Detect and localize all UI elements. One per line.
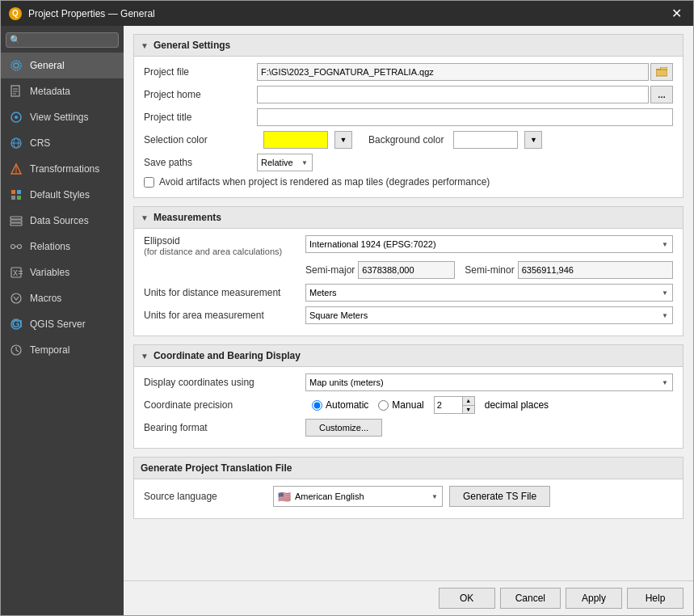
ellipsoid-label-container: Ellipsoid (for distance and area calcula… [144,235,305,256]
sidebar-item-macros[interactable]: Macros [1,285,124,311]
project-file-row: Project file [144,63,673,81]
sidebar-item-variables[interactable]: x= Variables [1,259,124,285]
svg-rect-17 [11,217,22,219]
search-input[interactable] [23,36,115,45]
sidebar-item-crs[interactable]: CRS [1,130,124,156]
background-color-dropdown[interactable]: ▼ [524,131,542,149]
main-content: ▼ General Settings Project file [124,26,693,615]
sidebar-item-relations-label: Relations [30,241,70,252]
avoid-artifacts-row: Avoid artifacts when project is rendered… [144,176,673,188]
svg-rect-13 [11,190,15,194]
precision-label: Coordinate precision [144,399,305,411]
generate-ts-button[interactable]: Generate TS File [449,486,550,507]
sidebar-item-sources-label: Data Sources [30,215,89,226]
cancel-button[interactable]: Cancel [500,588,561,609]
manual-radio-item: Manual [378,399,423,411]
measurements-arrow: ▼ [141,213,149,222]
sidebar-item-metadata-label: Metadata [30,86,70,97]
ok-button[interactable]: OK [439,588,495,609]
sidebar-item-data-sources[interactable]: Data Sources [1,208,124,234]
sidebar-item-general[interactable]: General [1,53,124,78]
lang-select-wrap: 🇺🇸 American English ▼ [273,486,443,507]
svg-line-30 [16,350,19,352]
semimajor-input[interactable] [358,261,455,279]
sidebar-item-view-settings[interactable]: View Settings [1,104,124,130]
save-paths-select[interactable]: Relative Absolute [257,154,313,171]
bearing-row: Bearing format Customize... [144,419,673,437]
project-home-label: Project home [144,89,257,100]
project-title-label: Project title [144,112,257,123]
semiminor-input[interactable] [518,261,673,279]
titlebar-left: Q Project Properties — General [9,7,155,20]
ellipsoid-select[interactable]: International 1924 (EPSG:7022) [305,235,673,253]
distance-dropdown-wrap: Meters [305,284,673,302]
sidebar-item-qgis-label: QGIS Server [30,319,86,330]
manual-radio[interactable] [378,400,389,411]
sidebar-item-qgis-server[interactable]: GIS QGIS Server [1,311,124,337]
sidebar-item-metadata[interactable]: Metadata [1,78,124,104]
sidebar-item-variables-label: Variables [30,267,69,278]
main-window: Q Project Properties — General ✕ 🔍 Gener… [0,0,694,616]
measurements-header: ▼ Measurements [134,207,683,229]
spinner-down-button[interactable]: ▼ [463,406,474,414]
precision-radio-group: Automatic Manual ▲ [312,396,549,414]
sidebar-item-general-label: General [30,60,65,71]
area-select[interactable]: Square Meters [305,306,673,324]
titlebar: Q Project Properties — General ✕ [1,1,693,26]
general-icon [9,58,23,73]
project-home-input[interactable] [257,86,649,103]
sidebar-item-transformations[interactable]: Transformations [1,156,124,182]
svg-point-20 [11,245,15,249]
svg-rect-14 [17,190,21,194]
help-button[interactable]: Help [627,588,683,609]
avoid-artifacts-checkbox[interactable] [144,177,154,188]
sidebar-item-styles-label: Default Styles [30,189,90,200]
background-color-button[interactable] [453,131,518,149]
semiaxis-row: Semi-major Semi-minor [305,261,673,279]
metadata-icon [9,84,23,99]
project-title-input[interactable] [257,108,673,126]
area-label: Units for area measurement [144,310,305,321]
spinner-up-button[interactable]: ▲ [463,397,474,406]
svg-point-7 [15,116,18,119]
source-lang-label: Source language [144,491,273,502]
macros-icon [9,291,23,306]
background-color-label: Background color [368,134,444,146]
automatic-radio[interactable] [312,400,322,411]
precision-value-input[interactable] [435,397,463,413]
svg-point-25 [11,293,21,303]
coordinate-section: ▼ Coordinate and Bearing Display Display… [133,344,683,449]
selection-color-dropdown[interactable]: ▼ [334,131,352,149]
distance-row: Units for distance measurement Meters [144,284,673,302]
project-file-input[interactable] [257,63,649,81]
display-coords-dropdown-wrap: Map units (meters) [305,373,673,391]
display-coords-select[interactable]: Map units (meters) [305,373,673,391]
project-home-row: Project home … [144,86,673,103]
project-file-browse-button[interactable] [650,63,673,81]
translation-section: Generate Project Translation File Source… [133,457,683,519]
sidebar-item-default-styles[interactable]: Default Styles [1,182,124,208]
project-home-browse-button[interactable]: … [650,86,673,103]
general-settings-section: ▼ General Settings Project file [133,34,683,198]
main-scroll: ▼ General Settings Project file [124,26,693,580]
language-select[interactable]: American English [273,486,443,507]
svg-rect-16 [17,196,21,200]
distance-select[interactable]: Meters [305,284,673,302]
selection-color-label: Selection color [144,134,257,146]
close-button[interactable]: ✕ [668,6,685,21]
customize-button[interactable]: Customize... [305,419,382,437]
coordinate-arrow: ▼ [141,352,149,361]
avoid-artifacts-label: Avoid artifacts when project is rendered… [159,176,490,188]
content-area: 🔍 General Metadata View Settings [1,26,693,615]
sidebar-item-temporal[interactable]: Temporal [1,337,124,363]
sidebar-item-relations[interactable]: Relations [1,234,124,259]
transformations-icon [9,162,23,176]
search-box[interactable]: 🔍 [6,32,119,48]
display-coords-row: Display coordinates using Map units (met… [144,373,673,391]
general-settings-header: ▼ General Settings [134,35,683,57]
apply-button[interactable]: Apply [566,588,622,609]
project-file-label: Project file [144,66,257,78]
ellipsoid-sublabel: (for distance and area calculations) [144,247,305,256]
selection-color-button[interactable] [263,131,328,149]
temporal-icon [9,343,23,357]
